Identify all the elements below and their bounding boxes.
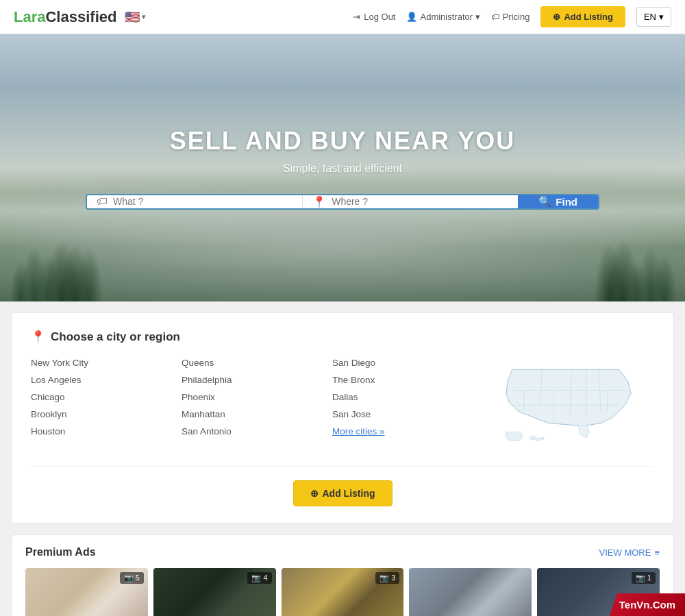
search-where-input[interactable]	[332, 196, 508, 207]
hero-section: SELL AND BUY NEAR YOU Simple, fast and e…	[0, 34, 685, 301]
city-col-2: QueensPhiladelphiaPhoenixManhattanSan An…	[182, 358, 332, 447]
plus-icon: ⊕	[310, 488, 319, 499]
where-icon: 📍	[312, 195, 326, 208]
city-header: 📍 Choose a city or region	[31, 330, 654, 344]
city-link[interactable]: Houston	[31, 426, 182, 436]
premium-title-bold: Ads	[75, 546, 95, 558]
tag-icon: 🏷	[491, 12, 500, 22]
add-listing-button-cities[interactable]: ⊕ Add Listing	[293, 480, 393, 506]
photo-count-badge: 📷 3	[375, 572, 399, 584]
logout-label: Log Out	[364, 12, 395, 22]
search-icon: 🔍	[538, 195, 551, 208]
menu-lines-icon: ≡	[654, 547, 660, 558]
hero-title: SELL AND BUY NEAR YOU	[86, 127, 599, 156]
city-heading: Choose a city or region	[51, 330, 180, 344]
search-bar: 🏷 📍 🔍 Find	[86, 194, 599, 210]
find-label: Find	[556, 196, 577, 208]
city-link[interactable]: Phoenix	[182, 392, 332, 402]
pricing-link[interactable]: 🏷 Pricing	[491, 12, 530, 22]
logo-classified: Classified	[45, 8, 116, 26]
user-icon: 👤	[406, 12, 417, 22]
map-column	[483, 358, 654, 447]
flag-icon: 🇺🇸	[125, 10, 140, 25]
navbar: LaraClassified 🇺🇸 ▾ ⇥ Log Out 👤 Administ…	[0, 0, 685, 34]
what-icon: 🏷	[97, 195, 108, 208]
find-button[interactable]: 🔍 Find	[518, 195, 598, 208]
chevron-down-icon: ▾	[475, 12, 480, 22]
logo-lara: Lara	[14, 8, 45, 26]
premium-section: Premium Ads VIEW MORE ≡ 📷 5📷 4📷 3📷 1	[11, 534, 674, 616]
language-flag[interactable]: 🇺🇸 ▾	[125, 10, 146, 25]
navbar-right: ⇥ Log Out 👤 Administrator ▾ 🏷 Pricing ⊕ …	[353, 6, 671, 27]
add-listing-button[interactable]: ⊕ Add Listing	[540, 6, 625, 27]
svg-point-12	[541, 437, 544, 439]
view-more-link[interactable]: VIEW MORE ≡	[599, 547, 660, 558]
ads-grid: 📷 5📷 4📷 3📷 1	[25, 568, 660, 616]
search-where-container: 📍	[303, 195, 518, 208]
ad-card[interactable]: 📷 5	[25, 568, 148, 616]
city-link[interactable]: San Antonio	[182, 426, 332, 436]
chevron-down-icon: ▾	[142, 12, 146, 21]
city-link[interactable]: San Jose	[332, 409, 483, 419]
watermark-text: TenVn.Com	[619, 599, 675, 611]
city-link[interactable]: San Diego	[332, 358, 483, 368]
city-link[interactable]: Queens	[182, 358, 332, 368]
city-link[interactable]: Los Angeles	[31, 375, 182, 385]
city-section: 📍 Choose a city or region New York CityL…	[11, 312, 674, 523]
watermark: TenVn.Com	[610, 593, 685, 616]
add-listing-cities-label: Add Listing	[323, 488, 375, 499]
premium-title-prefix: Premium	[25, 546, 75, 558]
ad-card[interactable]: 📷 3	[282, 568, 404, 616]
search-what-input[interactable]	[113, 196, 292, 207]
add-listing-label: Add Listing	[564, 12, 613, 22]
svg-point-11	[536, 438, 540, 441]
city-link[interactable]: New York City	[31, 358, 182, 368]
premium-header: Premium Ads VIEW MORE ≡	[25, 546, 660, 558]
photo-count-badge: 📷 5	[120, 572, 144, 584]
photo-count-badge: 📷 4	[247, 572, 271, 584]
lang-label: EN	[644, 12, 656, 22]
hero-trees	[0, 219, 685, 301]
photo-count-badge: 📷 1	[632, 572, 656, 584]
premium-title: Premium Ads	[25, 546, 96, 558]
ad-card[interactable]: 📷 4	[153, 568, 276, 616]
chevron-down-icon: ▾	[659, 12, 664, 22]
usa-map	[493, 358, 644, 447]
city-link[interactable]: Manhattan	[182, 409, 332, 419]
logout-icon: ⇥	[353, 12, 360, 22]
city-link[interactable]: Dallas	[332, 392, 483, 402]
admin-label: Administrator	[420, 12, 473, 22]
ad-card[interactable]	[409, 568, 532, 616]
admin-menu[interactable]: 👤 Administrator ▾	[406, 12, 480, 22]
city-grid: New York CityLos AngelesChicagoBrooklynH…	[31, 358, 654, 447]
hero-content: SELL AND BUY NEAR YOU Simple, fast and e…	[72, 127, 613, 210]
city-col-1: New York CityLos AngelesChicagoBrooklynH…	[31, 358, 182, 447]
brand-logo[interactable]: LaraClassified	[14, 8, 116, 26]
add-listing-area: ⊕ Add Listing	[31, 466, 654, 506]
view-more-label: VIEW MORE	[599, 547, 651, 558]
search-what-container: 🏷	[87, 195, 303, 208]
city-link[interactable]: Brooklyn	[31, 409, 182, 419]
hero-subtitle: Simple, fast and efficient	[86, 162, 599, 175]
city-link[interactable]: More cities »	[332, 426, 483, 436]
city-col-3: San DiegoThe BronxDallasSan JoseMore cit…	[332, 358, 483, 447]
city-link[interactable]: Philadelphia	[182, 375, 332, 385]
pin-icon: 📍	[31, 330, 45, 344]
logout-link[interactable]: ⇥ Log Out	[353, 12, 395, 22]
city-link[interactable]: Chicago	[31, 392, 182, 402]
language-button[interactable]: EN ▾	[636, 7, 671, 27]
svg-point-10	[530, 436, 536, 439]
plus-icon: ⊕	[553, 12, 560, 22]
city-link[interactable]: The Bronx	[332, 375, 483, 385]
